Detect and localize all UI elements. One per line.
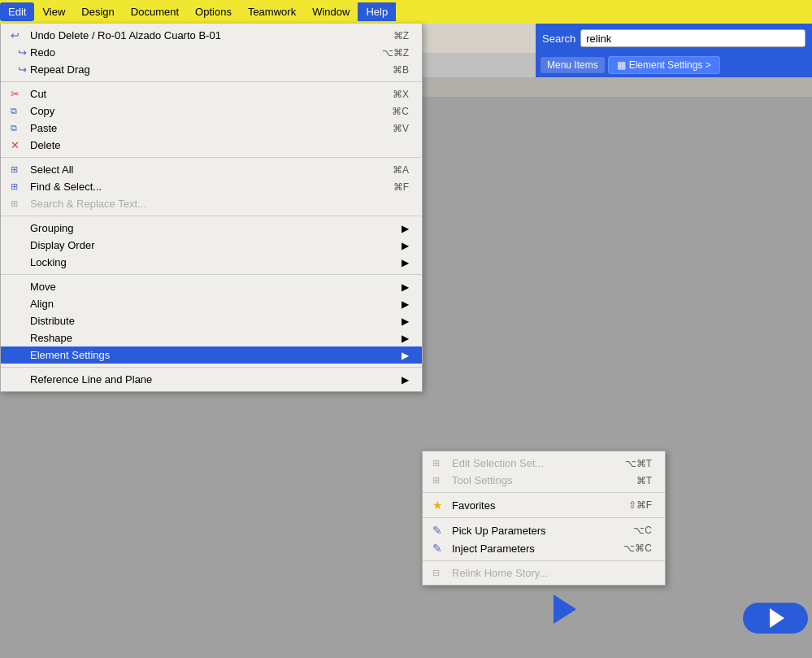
edit-selection-set-label: Edit Selection Set... [452, 457, 606, 469]
reshape-arrow: ▶ [402, 333, 409, 344]
find-select-icon: ⊞ [11, 181, 27, 192]
menubar-item-edit[interactable]: Edit [0, 2, 34, 21]
menubar-item-options[interactable]: Options [187, 2, 240, 21]
ref-line-arrow: ▶ [402, 374, 409, 386]
search-results-bar: Menu Items ▦ Element Settings > [536, 53, 812, 77]
copy-shortcut: ⌘C [392, 106, 409, 117]
grouping-arrow: ▶ [402, 223, 409, 234]
search-tab-element-settings[interactable]: ▦ Element Settings > [608, 56, 720, 74]
submenu-item-favorites[interactable]: ★ Favorites ⇧⌘F [423, 496, 665, 514]
cut-label: Cut [30, 88, 373, 100]
redo-label: Redo [30, 46, 363, 59]
menu-item-element-settings[interactable]: Element Settings ▶ [1, 346, 422, 364]
copy-label: Copy [30, 105, 372, 117]
menu-item-align[interactable]: Align ▶ [1, 295, 422, 312]
search-input[interactable] [580, 29, 805, 47]
find-select-shortcut: ⌘F [393, 181, 409, 193]
menu-item-select-all[interactable]: ⊞ Select All ⌘A [1, 161, 422, 178]
submenu-item-relink-home-story[interactable]: ⊟ Relink Home Story... [423, 564, 665, 582]
menu-item-distribute[interactable]: Distribute ▶ [1, 312, 422, 329]
submenu-separator-1 [423, 492, 665, 493]
menubar: Edit View Design Document Options Teamwo… [0, 0, 812, 24]
repeat-drag-icon: ↩ [11, 63, 27, 76]
menu-item-grouping[interactable]: Grouping ▶ [1, 220, 422, 237]
paste-shortcut: ⌘V [393, 123, 409, 134]
find-select-label: Find & Select... [30, 181, 374, 193]
element-settings-tab-icon: ▦ [617, 59, 626, 71]
delete-label: Delete [30, 139, 409, 151]
select-all-shortcut: ⌘A [393, 164, 409, 176]
locking-label: Locking [30, 256, 395, 268]
favorites-label: Favorites [452, 499, 609, 512]
inject-label: Inject Parameters [452, 543, 604, 555]
cut-icon: ✂ [11, 88, 27, 100]
select-all-label: Select All [30, 163, 373, 176]
copy-icon: ⧉ [11, 106, 27, 116]
favorites-icon: ★ [432, 499, 449, 512]
submenu-item-inject-params[interactable]: ✎ Inject Parameters ⌥⌘C [423, 539, 665, 557]
reshape-label: Reshape [30, 332, 395, 344]
relink-arrow-pointer [554, 595, 576, 624]
paste-icon: ⧉ [11, 123, 27, 133]
menubar-item-document[interactable]: Document [123, 2, 187, 21]
menu-item-search-replace[interactable]: ⊞ Search & Replace Text... [1, 195, 422, 212]
menu-item-reshape[interactable]: Reshape ▶ [1, 329, 422, 346]
menubar-item-teamwork[interactable]: Teamwork [240, 2, 304, 21]
menu-item-ref-line-plane[interactable]: Reference Line and Plane ▶ [1, 371, 422, 388]
undo-shortcut: ⌘Z [393, 30, 409, 41]
repeat-drag-label: Repeat Drag [30, 63, 373, 76]
move-label: Move [30, 281, 395, 293]
submenu-separator-2 [423, 517, 665, 518]
edit-menu: ↩ Undo Delete / Ro-01 Alzado Cuarto B-01… [0, 24, 423, 392]
redo-icon: ↩ [11, 46, 27, 59]
separator-2 [1, 157, 422, 158]
inject-shortcut: ⌥⌘C [623, 543, 652, 554]
relink-label: Relink Home Story... [452, 567, 652, 579]
menubar-item-view[interactable]: View [34, 2, 73, 21]
redo-shortcut: ⌥⌘Z [382, 47, 409, 59]
display-order-arrow: ▶ [402, 240, 409, 251]
separator-4 [1, 274, 422, 275]
edit-selection-set-icon: ⊞ [432, 458, 449, 468]
menubar-item-design[interactable]: Design [73, 2, 122, 21]
submenu-separator-3 [423, 560, 665, 561]
tool-settings-icon: ⊞ [432, 475, 449, 486]
select-all-icon: ⊞ [11, 164, 27, 175]
menu-item-move[interactable]: Move ▶ [1, 278, 422, 295]
locking-arrow: ▶ [402, 257, 409, 268]
inject-icon: ✎ [432, 542, 449, 555]
repeat-drag-shortcut: ⌘B [393, 64, 409, 76]
element-settings-submenu: ⊞ Edit Selection Set... ⌥⌘T ⊞ Tool Setti… [422, 451, 666, 586]
menu-item-paste[interactable]: ⧉ Paste ⌘V [1, 120, 422, 137]
menu-item-copy[interactable]: ⧉ Copy ⌘C [1, 102, 422, 120]
menu-item-cut[interactable]: ✂ Cut ⌘X [1, 85, 422, 102]
ref-line-label: Reference Line and Plane [30, 373, 395, 386]
element-settings-label: Element Settings [30, 349, 395, 361]
relink-arrow-button[interactable] [743, 603, 808, 634]
distribute-label: Distribute [30, 315, 395, 327]
search-tab-menu-items[interactable]: Menu Items [541, 57, 605, 73]
menu-item-locking[interactable]: Locking ▶ [1, 254, 422, 271]
align-label: Align [30, 298, 395, 310]
display-order-label: Display Order [30, 239, 395, 251]
menu-item-undo[interactable]: ↩ Undo Delete / Ro-01 Alzado Cuarto B-01… [1, 27, 422, 44]
menu-item-display-order[interactable]: Display Order ▶ [1, 237, 422, 254]
menubar-item-help[interactable]: Help [358, 2, 396, 21]
align-arrow: ▶ [402, 298, 409, 310]
submenu-item-edit-selection-set[interactable]: ⊞ Edit Selection Set... ⌥⌘T [423, 455, 665, 472]
menubar-item-window[interactable]: Window [304, 2, 358, 21]
pick-up-icon: ✎ [432, 524, 449, 537]
separator-5 [1, 367, 422, 368]
delete-icon: ✕ [11, 139, 27, 151]
cut-shortcut: ⌘X [393, 89, 409, 100]
undo-icon: ↩ [11, 29, 27, 41]
menu-item-repeat-drag[interactable]: ↩ Repeat Drag ⌘B [1, 61, 422, 78]
menu-item-find-select[interactable]: ⊞ Find & Select... ⌘F [1, 178, 422, 195]
menu-item-redo[interactable]: ↩ Redo ⌥⌘Z [1, 44, 422, 61]
relink-icon: ⊟ [432, 568, 449, 578]
edit-selection-set-shortcut: ⌥⌘T [625, 458, 652, 469]
submenu-item-tool-settings[interactable]: ⊞ Tool Settings ⌘T [423, 472, 665, 489]
menu-item-delete[interactable]: ✕ Delete [1, 137, 422, 154]
submenu-item-pick-up-params[interactable]: ✎ Pick Up Parameters ⌥C [423, 521, 665, 539]
separator-3 [1, 216, 422, 216]
